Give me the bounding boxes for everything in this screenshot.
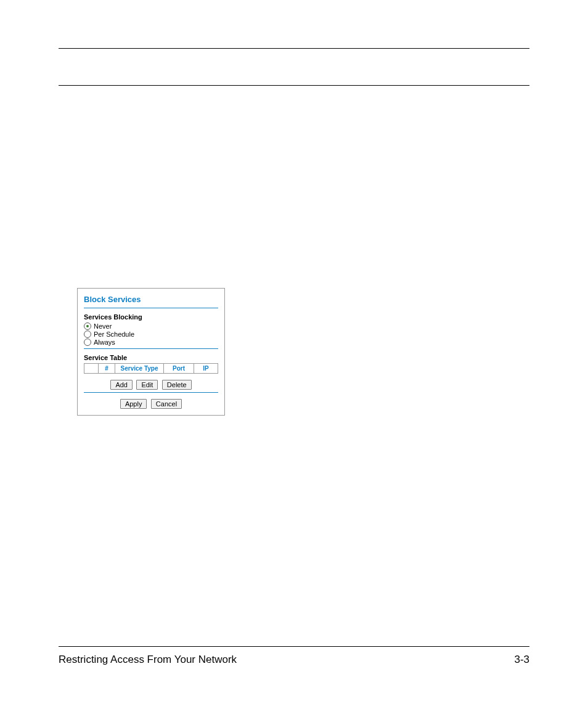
table-header-row: # Service Type Port IP [84, 364, 218, 374]
service-table-label: Service Table [84, 354, 218, 361]
cancel-button[interactable]: Cancel [151, 399, 182, 409]
radio-never[interactable] [84, 322, 91, 330]
panel-footer-button-row: Apply Cancel [84, 398, 218, 409]
table-header-num: # [99, 364, 115, 374]
radio-per-schedule[interactable] [84, 330, 91, 338]
radio-never-label: Never [94, 322, 112, 330]
services-blocking-label: Services Blocking [84, 313, 218, 321]
block-services-panel: Block Services Services Blocking Never P… [77, 288, 225, 416]
table-header-port: Port [164, 364, 194, 374]
table-header-service-type: Service Type [115, 364, 164, 374]
panel-separator [84, 308, 218, 308]
page-footer: Restricting Access From Your Network 3-3 [59, 654, 529, 666]
header-rule-1 [59, 48, 529, 49]
footer-page-number: 3-3 [514, 654, 529, 666]
radio-always[interactable] [84, 339, 91, 346]
footer-left-text: Restricting Access From Your Network [59, 654, 237, 666]
delete-button[interactable]: Delete [162, 380, 192, 390]
edit-button[interactable]: Edit [136, 380, 158, 390]
radio-always-label: Always [94, 339, 115, 346]
table-header-select [84, 364, 99, 374]
panel-title: Block Services [84, 295, 218, 304]
panel-separator-3 [84, 392, 218, 393]
radio-per-schedule-row[interactable]: Per Schedule [84, 330, 218, 338]
apply-button[interactable]: Apply [120, 399, 147, 409]
table-button-row: Add Edit Delete [84, 379, 218, 390]
service-table: # Service Type Port IP [84, 363, 218, 374]
add-button[interactable]: Add [110, 380, 133, 390]
panel-separator-2 [84, 348, 218, 349]
radio-per-schedule-label: Per Schedule [94, 330, 134, 338]
footer-rule [59, 646, 529, 647]
header-rule-2 [59, 85, 529, 86]
table-header-ip: IP [194, 364, 218, 374]
radio-always-row[interactable]: Always [84, 339, 218, 346]
radio-never-row[interactable]: Never [84, 322, 218, 330]
